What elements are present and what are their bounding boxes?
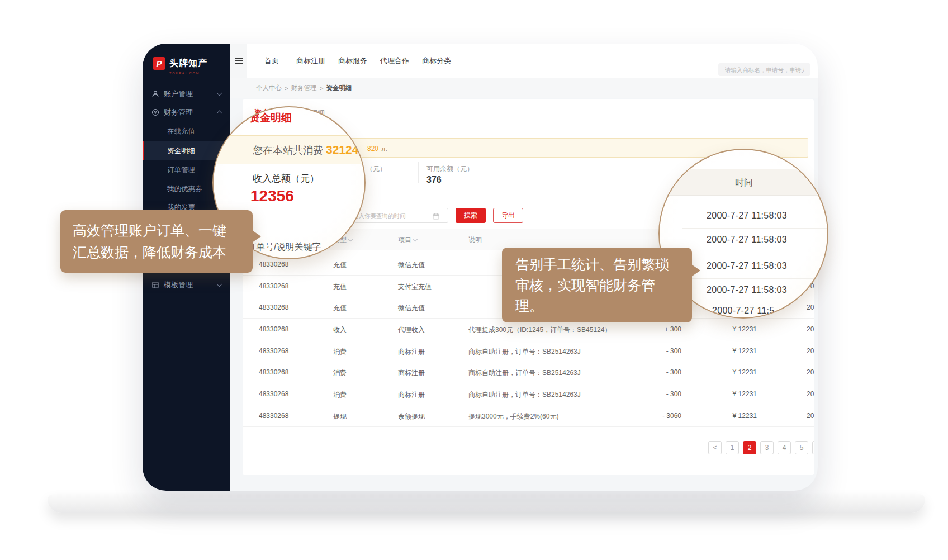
lens-row-separator (682, 228, 827, 229)
amount-value: 820 (367, 145, 378, 153)
lens-time-value: 2000-7-27 11:58:03 (707, 261, 787, 271)
consumption-amount-small: 820 元 (367, 144, 387, 154)
export-button[interactable]: 导出 (493, 208, 523, 223)
cell-order: 48330268 (259, 368, 288, 376)
breadcrumb-current: 资金明细 (326, 84, 352, 92)
template-icon (151, 281, 159, 289)
pagination-next[interactable]: > (812, 441, 814, 454)
sidebar-item-coupons[interactable]: 我的优惠券 (167, 183, 202, 195)
nav-agent[interactable]: 代理合作 (380, 44, 409, 78)
nav-tm-register[interactable]: 商标注册 (296, 44, 325, 78)
pagination-page-1[interactable]: 1 (726, 441, 739, 454)
callout-arrow-right-icon (252, 230, 261, 243)
brand-logo-text: 头牌知产 (169, 58, 207, 69)
cell-time-clipped: 2000-7-27 11:58:03 (807, 325, 814, 333)
cell-type: 消费 (333, 368, 347, 378)
chevron-up-icon (217, 111, 222, 116)
lens-income-value: 12356 (250, 187, 294, 205)
sort-down-icon[interactable] (348, 237, 353, 241)
laptop-base (48, 494, 925, 513)
lens-order-column-header: 订单号/说明关键字 (247, 241, 321, 253)
callout-right-line3: 理。 (515, 296, 679, 316)
th-desc: 说明 (468, 235, 482, 245)
nav-home[interactable]: 首页 (264, 44, 279, 78)
table-row[interactable]: 48330268 消费 商标注册 商标自助注册，订单号：SB2514263J -… (243, 340, 814, 362)
pagination-prev[interactable]: < (708, 441, 722, 454)
callout-right: 告别手工统计、告别繁琐 审核，实现智能财务管 理。 (502, 248, 692, 322)
cell-project: 微信充值 (398, 303, 425, 313)
lens-income-label: 收入总额（元） (253, 172, 319, 185)
consumption-amount: 32124 (326, 143, 358, 156)
sidebar-item-template[interactable]: 模板管理 (143, 276, 230, 294)
sidebar-item-account[interactable]: 账户管理 (143, 85, 230, 103)
pagination-page-2-active[interactable]: 2 (743, 441, 756, 454)
pagination-page-4[interactable]: 4 (778, 441, 791, 454)
cell-time-clipped: 2000-7-27 11:58:03 (807, 303, 814, 311)
stat-divider (418, 162, 419, 183)
available-balance-label: 可用余额（元） (426, 164, 473, 174)
user-icon (151, 90, 159, 98)
page: P 头牌知产 TOUPAI.COM 账户管理 财务管理 在线充值 (0, 0, 948, 560)
hamburger-menu-button[interactable] (230, 44, 247, 78)
sidebar-item-finance[interactable]: 财务管理 (143, 103, 230, 121)
breadcrumb-separator: > (285, 85, 288, 92)
cell-project: 商标注册 (398, 368, 425, 378)
cell-type: 提现 (333, 412, 347, 421)
table-row[interactable]: 48330268 消费 商标注册 商标自助注册，订单号：SB2514263J -… (243, 383, 814, 405)
finance-icon (151, 108, 159, 116)
cell-balance: ¥ 12231 (701, 412, 757, 420)
pagination-page-5[interactable]: 5 (795, 441, 808, 454)
sidebar-item-online-recharge[interactable]: 在线充值 (167, 125, 195, 137)
callout-right-line1: 告别手工统计、告别繁琐 (515, 254, 679, 275)
cell-desc: 商标自助注册，订单号：SB2514263J (468, 347, 581, 357)
table-row[interactable]: 48330268 消费 商标注册 商标自助注册，订单号：SB2514263J -… (243, 361, 814, 383)
lens-time-value: 2000-7-27 11:58:03 (707, 235, 787, 245)
breadcrumb-separator: > (320, 85, 324, 92)
callout-left-line1: 高效管理账户订单、一键 (73, 220, 240, 241)
lens-time-value: 2000-7-27 11:58:03 (707, 211, 787, 221)
pagination: < 1 2 3 4 5 > (243, 441, 814, 454)
cell-amount: - 3060 (634, 412, 681, 420)
available-balance-value: 376 (426, 175, 442, 185)
cell-project: 商标注册 (398, 390, 425, 400)
cell-type: 收入 (333, 325, 347, 335)
calendar-icon[interactable] (433, 212, 439, 222)
nav-tm-category[interactable]: 商标分类 (422, 44, 451, 78)
cell-order: 48330268 (259, 303, 288, 311)
sidebar-item-orders[interactable]: 订单管理 (167, 164, 195, 176)
callout-arrow-right-icon (691, 264, 700, 277)
sidebar-item-label: 财务管理 (164, 107, 193, 117)
cell-amount: + 300 (634, 325, 681, 333)
callout-left: 高效管理账户订单、一键 汇总数据，降低财务成本 (60, 210, 253, 273)
cell-desc: 提现3000元，手续费2%(60元) (468, 412, 558, 421)
breadcrumb-finance[interactable]: 财务管理 (291, 84, 317, 92)
breadcrumb-personal[interactable]: 个人中心 (256, 84, 282, 92)
brand-logo[interactable]: P 头牌知产 (153, 57, 207, 70)
pagination-page-3[interactable]: 3 (760, 441, 774, 454)
search-button[interactable]: 搜索 (456, 208, 486, 223)
lens-row-separator (682, 278, 827, 279)
callout-left-line2: 汇总数据，降低财务成本 (73, 241, 240, 263)
lens-row-separator (682, 254, 827, 254)
search-input[interactable] (718, 63, 810, 76)
chevron-down-icon (217, 91, 222, 96)
sidebar-item-label: 资金明细 (167, 141, 195, 160)
table-row[interactable]: 48330268 提现 余额提现 提现3000元，手续费2%(60元) - 30… (243, 405, 814, 427)
nav-tm-service[interactable]: 商标服务 (338, 44, 367, 78)
cell-balance: ¥ 12231 (701, 390, 757, 398)
th-project[interactable]: 项目 (398, 235, 417, 245)
cell-order: 48330268 (259, 347, 288, 355)
sort-down-icon[interactable] (413, 237, 418, 241)
cell-type: 消费 (333, 390, 347, 400)
brand-logo-icon: P (153, 57, 165, 70)
cell-order: 48330268 (259, 325, 288, 333)
lens-time-header: 时间 (735, 177, 753, 189)
brand-logo-subtext: TOUPAI.COM (169, 72, 200, 75)
cell-type: 充值 (333, 282, 347, 292)
amount-unit: 元 (378, 145, 387, 153)
callout-right-line2: 审核，实现智能财务管 (515, 275, 679, 296)
cell-project: 余额提现 (398, 412, 425, 421)
cell-amount: - 300 (634, 390, 681, 398)
cell-balance: ¥ 12231 (701, 368, 757, 376)
cell-project: 微信充值 (398, 260, 425, 270)
